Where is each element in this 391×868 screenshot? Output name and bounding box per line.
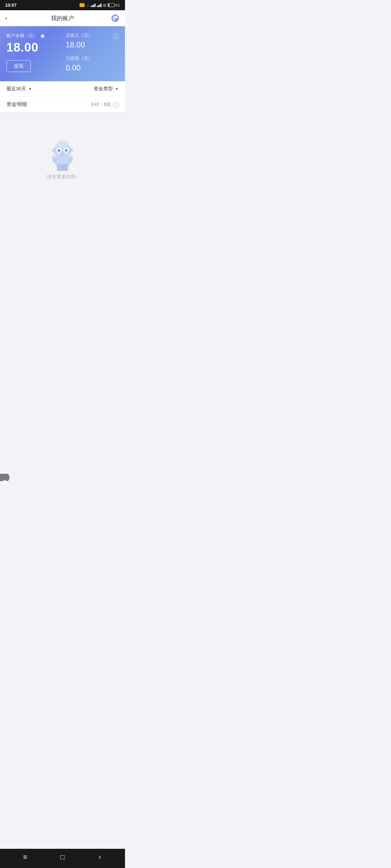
type-filter-arrow: ▼ (115, 87, 119, 91)
battery-percent: 11 (116, 3, 120, 7)
empty-state: 没有更多内容~ (0, 113, 125, 193)
subtotal-text: 小计：0元 (90, 102, 111, 107)
wifi-icon: ⊜ (103, 3, 106, 8)
period-filter-arrow: ▼ (28, 87, 32, 91)
svg-rect-18 (56, 164, 68, 166)
balance-section: 账户余额（元） ◉ 18.00 提现 (6, 33, 59, 72)
eye-icon[interactable]: ◉ (40, 33, 45, 39)
total-income-amount: 18.00 (66, 40, 119, 49)
status-icons: ··· ⊜ 11 (80, 3, 120, 8)
filter-row: 最近30天 ▼ 资金类型 ▼ (0, 81, 125, 97)
income-section: ⓘ 总收入（元） 18.00 已提现（元） 0.00 (59, 33, 119, 72)
fund-detail-label: 资金明细 (6, 101, 27, 108)
svg-point-13 (67, 150, 67, 150)
fund-detail-row: 资金明细 小计：0元 ? (0, 97, 125, 113)
period-filter[interactable]: 最近30天 ▼ (6, 86, 32, 92)
chart-button[interactable] (110, 13, 120, 23)
withdraw-button[interactable]: 提现 (6, 60, 31, 72)
withdrawn-amount: 0.00 (66, 63, 119, 72)
period-filter-label: 最近30天 (6, 86, 26, 92)
signal-bars-2 (97, 3, 102, 7)
type-filter-label: 资金类型 (93, 86, 113, 92)
svg-point-12 (60, 150, 60, 150)
pie-chart-icon (111, 14, 119, 23)
balance-label: 账户余额（元） (6, 33, 38, 39)
svg-point-5 (57, 140, 68, 148)
svg-point-19 (57, 157, 67, 163)
withdrawn-label: 已提现（元） (66, 56, 119, 61)
page-title: 我的账户 (51, 14, 74, 22)
balance-amount: 18.00 (6, 41, 59, 54)
back-button[interactable]: ‹ (5, 14, 15, 22)
svg-point-3 (52, 148, 56, 152)
robot-mascot (42, 132, 83, 174)
total-income-label: 总收入（元） (66, 33, 119, 38)
subtotal-help-icon[interactable]: ? (113, 102, 119, 107)
balance-label-row: 账户余额（元） ◉ (6, 33, 59, 39)
help-icon[interactable]: ⓘ (113, 33, 119, 40)
battery-icon (108, 3, 115, 7)
svg-point-14 (61, 153, 64, 154)
nav-bar: ‹ 我的账户 (0, 10, 125, 26)
status-bar: 10:07 ··· ⊜ 11 (0, 0, 125, 10)
dots-icon: ··· (86, 3, 89, 8)
empty-text: 没有更多内容~ (47, 174, 79, 180)
svg-point-4 (69, 148, 73, 152)
signal-bars-1 (91, 3, 95, 7)
header-content: 账户余额（元） ◉ 18.00 提现 ⓘ 总收入（元） 18.00 已提现（元）… (6, 33, 119, 72)
type-filter[interactable]: 资金类型 ▼ (93, 86, 119, 92)
account-header: 账户余额（元） ◉ 18.00 提现 ⓘ 总收入（元） 18.00 已提现（元）… (0, 26, 125, 81)
notification-icon (80, 3, 85, 7)
fund-subtotal: 小计：0元 ? (90, 102, 119, 107)
status-time: 10:07 (5, 3, 17, 8)
